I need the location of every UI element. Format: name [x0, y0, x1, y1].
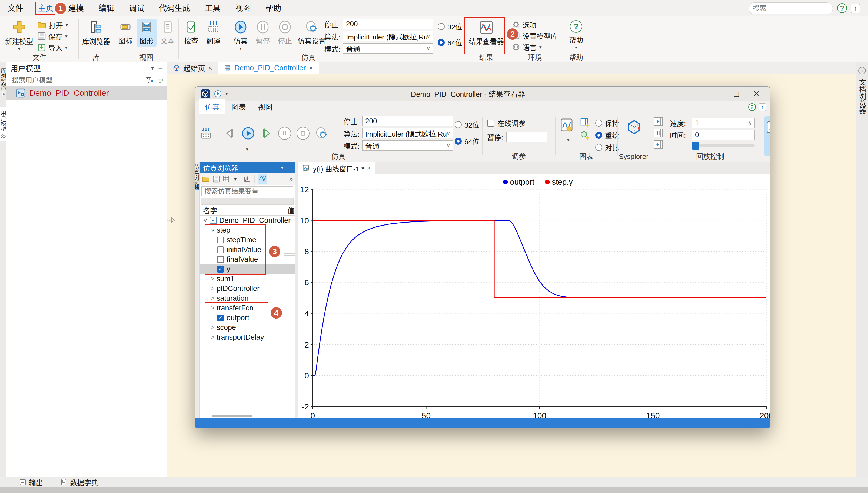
collapse-ribbon-icon[interactable]: ↑ [758, 103, 766, 111]
menu-item-5[interactable]: 调试 [121, 1, 152, 16]
sidebar-tab-user-models[interactable]: 用户模型 [0, 107, 6, 142]
save-button[interactable]: 保存▾ [38, 30, 68, 42]
menu-item-4[interactable]: 编辑 [91, 1, 121, 16]
tree-row-sum1[interactable]: >sum1 [200, 274, 295, 284]
tree-row-y[interactable]: ✓y [200, 264, 295, 274]
sidebar-tab-doc-browser[interactable]: 文档浏览器 [857, 79, 867, 114]
horizontal-scrollbar[interactable] [200, 414, 295, 419]
algorithm-select[interactable]: ImplicitEuler (隐式欧拉,Ru∨ [362, 128, 453, 138]
chevron-down-icon[interactable]: ▾ [225, 91, 228, 97]
checkbox-icon[interactable]: ✓ [217, 315, 224, 321]
tab-start-page[interactable]: 起始页× [167, 62, 218, 73]
value-cell[interactable] [284, 255, 295, 263]
sidebar-tab-sim-browser[interactable]: 仿真浏览器 [195, 165, 200, 190]
close-button[interactable]: ✕ [748, 89, 764, 99]
annotation-cursor-button[interactable]: A [764, 116, 770, 156]
open-button[interactable]: 打开▾ [38, 19, 68, 30]
tree-row-initialValue[interactable]: initialValue [200, 245, 295, 255]
curve-window-tab[interactable]: y(t) 曲线窗口-1 * × [298, 162, 375, 174]
save-result-icon[interactable] [213, 175, 220, 183]
chevron-down-icon[interactable]: ▾ [234, 175, 237, 183]
time-input[interactable]: 0 [692, 130, 755, 140]
chevron-down-icon[interactable]: ▾ [281, 165, 284, 171]
value-cell[interactable] [284, 236, 295, 244]
menu-item-8[interactable]: 视图 [228, 1, 258, 16]
algorithm-select[interactable]: ImplicitEuler (隐式欧拉,Ru∨ [343, 31, 433, 41]
chevron-collapsed-icon[interactable]: > [209, 275, 217, 282]
tree-row-transportDelay[interactable]: >transportDelay [200, 333, 295, 342]
help-icon[interactable]: ? [837, 3, 847, 13]
data-dictionary-toggle[interactable]: 数据字典 [60, 477, 98, 487]
checkbox-icon[interactable] [217, 256, 224, 263]
quick-run-icon[interactable] [214, 90, 222, 98]
filter-strip[interactable] [201, 198, 294, 205]
scrollbar-thumb[interactable] [212, 415, 252, 417]
stop-time-input[interactable]: 200 [343, 19, 433, 29]
language-button[interactable]: 语言▾ [512, 41, 558, 53]
global-search[interactable] [749, 2, 833, 14]
translate-icon[interactable] [200, 127, 213, 140]
icon-view-button[interactable]: 图标 [115, 19, 135, 46]
run-icon[interactable] [241, 127, 255, 140]
menu-item-9[interactable]: 帮助 [258, 1, 288, 16]
checkbox-icon[interactable] [217, 246, 224, 253]
window-titlebar[interactable]: ▾ Demo_PID_Controller - 结果查看器 ─ □ ✕ [195, 87, 770, 101]
stop-icon[interactable] [296, 127, 310, 140]
bit32-radio[interactable]: 32位 [455, 120, 479, 130]
slider-thumb[interactable] [692, 142, 699, 150]
minimize-button[interactable]: ─ [708, 89, 725, 99]
minimize-panel-icon[interactable]: ─ [159, 65, 162, 71]
bit64-radio[interactable]: 64位 [438, 37, 462, 47]
pause-at-input[interactable] [506, 132, 547, 142]
speed-select[interactable]: 1∨ [692, 117, 755, 128]
chevron-expanded-icon[interactable]: > [202, 217, 209, 224]
sidebar-tab-library-browser[interactable]: 库浏览器 [0, 65, 6, 99]
curve-mode-button[interactable] [258, 174, 267, 184]
set-model-library-button[interactable]: 设置模型库 [512, 30, 558, 41]
stop-button[interactable]: 停止 [275, 19, 295, 51]
export-table-icon[interactable] [223, 175, 230, 183]
help-button[interactable]: ? 帮助 ▾ [564, 20, 588, 49]
bit64-radio[interactable]: 64位 [455, 136, 479, 146]
result-viewer-button[interactable]: 结果查看器 [466, 20, 507, 46]
diagram-view-button[interactable]: 图形 [136, 19, 157, 46]
chevron-collapsed-icon[interactable]: > [209, 285, 217, 292]
search-input[interactable] [753, 4, 843, 13]
chevron-expanded-icon[interactable]: > [209, 226, 216, 234]
value-cell[interactable] [284, 245, 295, 254]
filter-icon[interactable] [145, 76, 153, 84]
collapse-all-icon[interactable] [156, 76, 164, 84]
tree-row-stepTime[interactable]: stepTime [200, 235, 295, 245]
translate-button[interactable]: 翻译 [203, 19, 224, 51]
hold-radio[interactable]: 保持 [595, 118, 619, 128]
options-button[interactable]: 选项 [512, 19, 558, 30]
splitter[interactable] [295, 162, 298, 419]
close-icon[interactable]: × [367, 165, 370, 172]
sysplorer-icon[interactable] [625, 119, 643, 136]
checkbox-icon[interactable]: ✓ [217, 266, 224, 273]
collapse-ribbon-icon[interactable]: ↑ [851, 4, 860, 13]
close-icon[interactable]: × [309, 64, 313, 72]
new-3d-window-icon[interactable] [580, 130, 590, 140]
chevron-collapsed-icon[interactable]: > [209, 334, 217, 341]
tree-row-pIDController[interactable]: >pIDController [200, 284, 295, 294]
menu-item-1[interactable]: 文件 [0, 1, 30, 16]
menu-item-7[interactable]: 工具 [198, 1, 228, 16]
playback-play-icon[interactable] [654, 117, 663, 126]
bit32-radio[interactable]: 32位 [438, 21, 462, 31]
model-tree-item[interactable]: Demo_PID_Controller [6, 86, 167, 100]
stop-time-input[interactable]: 200 [362, 116, 453, 126]
menu-item-6[interactable]: 代码生成 [152, 1, 198, 16]
simulation-settings-icon[interactable] [315, 127, 329, 140]
chevron-collapsed-icon[interactable]: > [209, 324, 217, 331]
tree-row-step[interactable]: >step [200, 225, 295, 235]
check-button[interactable]: 检查 [181, 19, 201, 51]
playback-rewind-icon[interactable] [654, 140, 663, 149]
load-plot-icon[interactable] [244, 175, 251, 183]
viewer-tab-1[interactable]: 仿真 [199, 99, 225, 114]
close-icon[interactable]: × [208, 64, 212, 72]
more-tools-icon[interactable]: » [289, 175, 293, 183]
tree-row-scope[interactable]: >scope [200, 323, 295, 333]
simulate-button[interactable]: 仿真 ▾ [230, 19, 251, 51]
chevron-collapsed-icon[interactable]: > [209, 304, 217, 312]
